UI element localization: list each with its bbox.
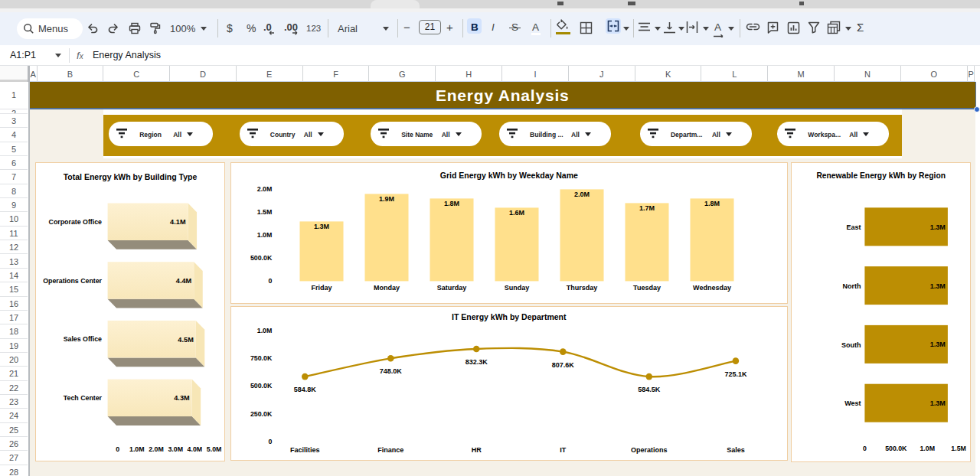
svg-text:2.0M: 2.0M <box>149 445 165 453</box>
svg-text:Total Energy kWh by Building T: Total Energy kWh by Building Type <box>64 172 198 181</box>
svg-text:North: North <box>842 282 861 289</box>
svg-text:Renewable Energy kWh by Region: Renewable Energy kWh by Region <box>816 171 946 180</box>
svg-text:HR: HR <box>472 446 482 454</box>
svg-text:West: West <box>844 399 861 407</box>
svg-text:1.3M: 1.3M <box>930 341 946 348</box>
svg-text:Monday: Monday <box>374 284 400 292</box>
svg-text:1.7M: 1.7M <box>639 204 655 212</box>
svg-text:4.3M: 4.3M <box>175 394 191 402</box>
svg-text:748.0K: 748.0K <box>380 367 403 375</box>
svg-text:1.5M: 1.5M <box>951 445 966 452</box>
svg-text:2.0M: 2.0M <box>574 191 590 198</box>
svg-text:500.0K: 500.0K <box>885 445 907 452</box>
svg-text:Grid Energy kWh by Weekday Nam: Grid Energy kWh by Weekday Name <box>440 171 578 180</box>
svg-text:South: South <box>841 341 861 348</box>
svg-text:Operations: Operations <box>631 446 668 454</box>
svg-text:1.0M: 1.0M <box>129 445 145 453</box>
svg-text:4.5M: 4.5M <box>178 336 194 344</box>
svg-text:1.0M: 1.0M <box>920 445 935 452</box>
svg-text:Sales Office: Sales Office <box>64 335 102 343</box>
svg-text:IT: IT <box>560 446 567 454</box>
svg-text:1.8M: 1.8M <box>444 200 459 207</box>
svg-text:1.5M: 1.5M <box>257 208 273 216</box>
svg-text:Sunday: Sunday <box>505 284 530 292</box>
svg-text:Tuesday: Tuesday <box>633 284 661 292</box>
svg-text:3.0M: 3.0M <box>168 445 184 453</box>
svg-text:584.8K: 584.8K <box>294 386 317 393</box>
svg-text:Corporate Office: Corporate Office <box>49 218 103 226</box>
svg-text:832.3K: 832.3K <box>466 358 488 366</box>
svg-text:4.4M: 4.4M <box>176 277 192 285</box>
svg-text:Friday: Friday <box>311 284 332 292</box>
svg-text:500.0K: 500.0K <box>250 254 273 262</box>
svg-text:2.0M: 2.0M <box>257 185 273 193</box>
svg-text:1.3M: 1.3M <box>930 282 946 289</box>
svg-text:1.0M: 1.0M <box>257 231 273 239</box>
svg-text:East: East <box>846 223 861 231</box>
svg-text:Facilities: Facilities <box>290 446 320 454</box>
svg-text:Sales: Sales <box>727 446 745 454</box>
svg-text:Finance: Finance <box>377 446 403 454</box>
svg-text:725.1K: 725.1K <box>724 370 747 377</box>
svg-text:0: 0 <box>863 445 867 452</box>
svg-text:IT Energy kWh by Department: IT Energy kWh by Department <box>452 312 567 321</box>
svg-text:807.6K: 807.6K <box>552 360 575 368</box>
svg-text:0: 0 <box>268 438 272 445</box>
svg-text:1.3M: 1.3M <box>930 223 946 230</box>
svg-text:0: 0 <box>116 445 120 453</box>
svg-text:Wednesday: Wednesday <box>693 284 731 292</box>
svg-text:750.0K: 750.0K <box>250 354 273 362</box>
svg-text:5.0M: 5.0M <box>207 445 222 453</box>
svg-text:584.5K: 584.5K <box>638 386 661 393</box>
svg-text:Operations Center: Operations Center <box>44 277 103 285</box>
svg-text:Tech Center: Tech Center <box>64 394 103 402</box>
svg-text:1.9M: 1.9M <box>379 195 394 203</box>
svg-text:500.0K: 500.0K <box>250 382 273 390</box>
svg-text:1.8M: 1.8M <box>704 200 720 207</box>
svg-text:Saturday: Saturday <box>437 284 467 292</box>
svg-text:1.6M: 1.6M <box>509 209 524 217</box>
svg-text:1.3M: 1.3M <box>314 223 329 230</box>
svg-text:1.0M: 1.0M <box>257 326 273 334</box>
svg-text:1.3M: 1.3M <box>930 399 946 407</box>
svg-text:0: 0 <box>268 277 272 285</box>
svg-text:4.1M: 4.1M <box>171 218 187 226</box>
svg-text:Thursday: Thursday <box>567 284 598 292</box>
svg-text:250.0K: 250.0K <box>250 410 273 418</box>
svg-text:4.0M: 4.0M <box>188 445 203 453</box>
